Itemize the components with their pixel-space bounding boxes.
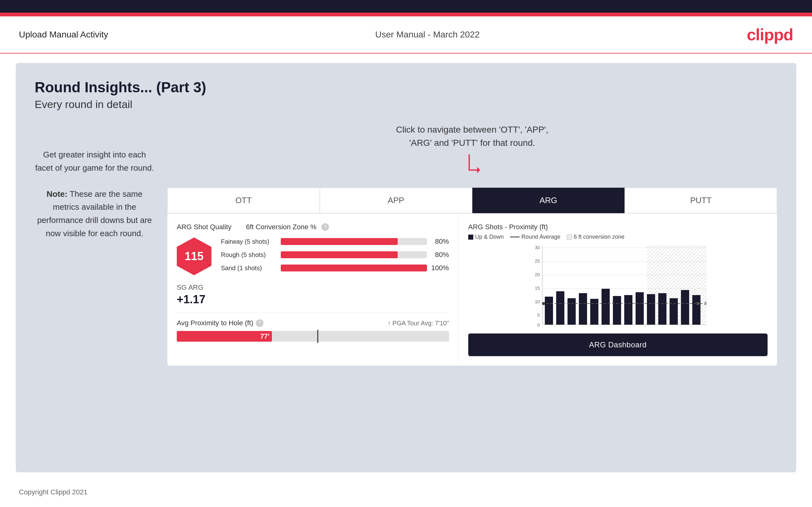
legend-sq-icon <box>468 235 473 240</box>
svg-rect-26 <box>647 294 655 325</box>
svg-rect-20 <box>590 299 598 325</box>
page-subtitle: Every round in detail <box>35 98 777 111</box>
legend-round-avg: Round Average <box>510 234 561 240</box>
card-body: ARG Shot Quality 6ft Conversion Zone % ?… <box>167 214 777 365</box>
svg-text:25: 25 <box>535 259 540 264</box>
fairway-bar-row: Fairway (5 shots) 80% <box>221 237 449 246</box>
svg-text:8: 8 <box>704 301 707 306</box>
sand-bar-row: Sand (1 shots) 100% <box>221 264 449 272</box>
svg-text:10: 10 <box>535 299 540 304</box>
prox-help-icon[interactable]: ? <box>256 319 263 327</box>
svg-rect-24 <box>636 292 644 325</box>
chart-area: 30 25 20 15 10 5 0 <box>481 245 768 327</box>
rough-bar-track <box>281 251 427 258</box>
footer: Copyright Clippd 2021 <box>0 482 812 503</box>
page-title: Round Insights... (Part 3) <box>35 79 777 96</box>
tabs-container: OTT APP ARG PUTT <box>167 188 777 214</box>
rough-pct: 80% <box>430 251 449 259</box>
left-description: Get greater insight into each facet of y… <box>35 148 154 240</box>
help-icon[interactable]: ? <box>321 223 329 231</box>
nav-annotation: Click to navigate between 'OTT', 'APP','… <box>167 123 777 178</box>
svg-text:0: 0 <box>537 323 540 327</box>
hex-shape: 115 <box>177 237 211 275</box>
arg-dashboard-button[interactable]: ARG Dashboard <box>468 334 768 356</box>
chart-legend: Up & Down Round Average 6 ft conversion … <box>468 234 768 240</box>
fairway-label: Fairway (5 shots) <box>221 238 277 245</box>
svg-rect-29 <box>681 290 689 325</box>
arg-card: OTT APP ARG PUTT ARG Shot Quality 6ft Co… <box>167 187 777 366</box>
logo: clippd <box>747 25 793 44</box>
score-area: 115 Fairway (5 shots) 80 <box>177 237 449 277</box>
sand-bar-fill <box>281 265 427 272</box>
svg-text:30: 30 <box>535 245 540 250</box>
shot-quality-section: ARG Shot Quality 6ft Conversion Zone % ?… <box>167 214 459 365</box>
sand-pct: 100% <box>430 264 449 272</box>
manual-label: User Manual - March 2022 <box>375 30 479 40</box>
legend-dash-icon <box>510 236 520 237</box>
tab-arg[interactable]: ARG <box>472 188 625 213</box>
legend-6ft: 6 ft conversion zone <box>567 234 624 240</box>
svg-rect-18 <box>567 298 576 325</box>
svg-marker-0 <box>477 167 480 173</box>
sand-label: Sand (1 shots) <box>221 265 277 272</box>
rough-label: Rough (5 shots) <box>221 251 277 259</box>
legend-up-down-label: Up & Down <box>475 234 504 240</box>
upload-label[interactable]: Upload Manual Activity <box>19 30 108 40</box>
right-panel: Click to navigate between 'OTT', 'APP','… <box>167 123 777 366</box>
pga-avg: ↑ PGA Tour Avg: 7'10" <box>388 320 449 327</box>
prox-bar-fill: 77' <box>177 331 272 342</box>
prox-header: Avg Proximity to Hole (ft) ? ↑ PGA Tour … <box>177 319 449 327</box>
tab-app[interactable]: APP <box>320 188 472 213</box>
rough-bar-row: Rough (5 shots) 80% <box>221 251 449 259</box>
proximity-section: Avg Proximity to Hole (ft) ? ↑ PGA Tour … <box>177 313 449 342</box>
svg-text:15: 15 <box>535 286 540 291</box>
conversion-label: 6ft Conversion Zone % <box>246 223 317 231</box>
svg-rect-16 <box>545 297 553 325</box>
prox-cursor <box>317 330 318 343</box>
legend-round-avg-label: Round Average <box>521 234 561 240</box>
svg-rect-17 <box>556 291 564 325</box>
legend-hatch-icon <box>567 235 572 240</box>
conversion-bars: Fairway (5 shots) 80% Rough (5 shots) <box>221 237 449 277</box>
sg-value: +1.17 <box>177 293 449 306</box>
left-panel: Get greater insight into each facet of y… <box>35 123 154 366</box>
sand-bar-track <box>281 265 427 272</box>
chart-title: ARG Shots - Proximity (ft) <box>468 223 768 231</box>
nav-arrow-icon <box>463 153 482 178</box>
sg-section: SG ARG +1.17 <box>177 283 449 306</box>
svg-rect-21 <box>602 289 610 325</box>
tab-putt[interactable]: PUTT <box>624 188 777 213</box>
note-label: Note: <box>47 189 67 199</box>
svg-rect-22 <box>613 296 621 325</box>
svg-rect-23 <box>624 295 632 325</box>
copyright: Copyright Clippd 2021 <box>19 488 88 496</box>
svg-rect-28 <box>670 298 678 325</box>
svg-rect-30 <box>692 295 701 325</box>
hex-score-container: 115 <box>177 237 211 275</box>
prox-bar-track: 77' <box>177 331 449 342</box>
fairway-pct: 80% <box>430 237 449 246</box>
svg-rect-19 <box>579 293 587 325</box>
shot-quality-label: ARG Shot Quality <box>177 223 232 231</box>
annotation-text: Click to navigate between 'OTT', 'APP','… <box>167 123 777 150</box>
prox-title: Avg Proximity to Hole (ft) ? <box>177 319 263 327</box>
rough-bar-fill <box>281 251 398 258</box>
main-content: Round Insights... (Part 3) Every round i… <box>16 63 796 472</box>
chart-section: ARG Shots - Proximity (ft) Up & Down Rou… <box>459 214 777 365</box>
fairway-bar-fill <box>281 238 398 245</box>
section-header: ARG Shot Quality 6ft Conversion Zone % ? <box>177 223 449 231</box>
legend-up-down: Up & Down <box>468 234 504 240</box>
legend-6ft-label: 6 ft conversion zone <box>574 234 624 240</box>
tab-ott[interactable]: OTT <box>167 188 320 213</box>
prox-value: 77' <box>260 332 270 340</box>
svg-point-33 <box>542 302 545 305</box>
svg-rect-27 <box>658 293 666 325</box>
sg-label: SG ARG <box>177 283 449 292</box>
arg-score: 115 <box>185 250 204 263</box>
svg-text:5: 5 <box>537 313 540 318</box>
svg-text:20: 20 <box>535 272 540 277</box>
fairway-bar-track <box>281 238 427 245</box>
proximity-chart: 30 25 20 15 10 5 0 <box>481 245 768 327</box>
